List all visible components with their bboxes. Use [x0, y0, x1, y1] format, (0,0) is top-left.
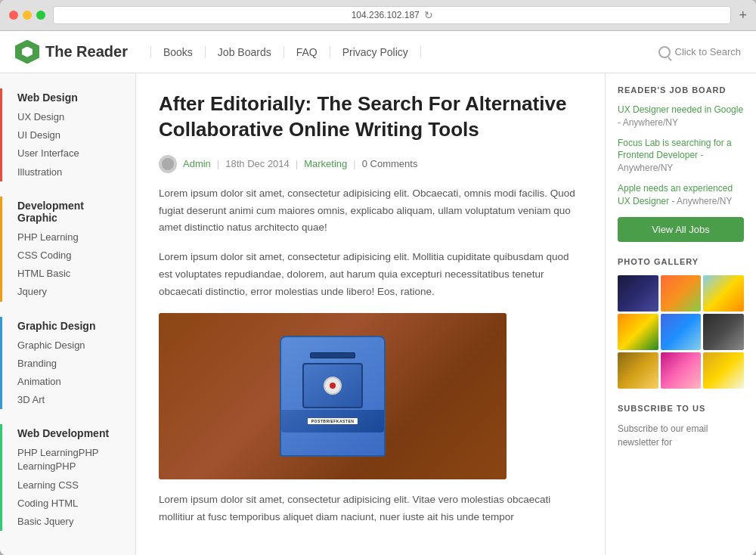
sidebar-item-animation[interactable]: Animation	[2, 373, 135, 391]
sidebar-item-php-learning-php[interactable]: PHP LearningPHP LearningPHP	[2, 444, 135, 476]
sidebar-item-html-basic[interactable]: HTML Basic	[2, 265, 135, 283]
postbox-label: POSTBRIEFKASTEN	[308, 418, 358, 424]
sidebar-item-3d-art[interactable]: 3D Art	[2, 391, 135, 409]
search-icon	[658, 46, 671, 58]
browser-chrome: 104.236.102.187 ↻ +	[0, 0, 756, 31]
sidebar-item-ui-design[interactable]: UI Design	[2, 126, 135, 144]
gallery-item-1[interactable]	[618, 275, 658, 312]
sidebar-category-web-design: Web Design	[2, 88, 135, 108]
article-comments[interactable]: 0 Comments	[362, 158, 418, 169]
nav-books[interactable]: Books	[150, 46, 206, 58]
avatar	[159, 155, 177, 173]
logo-hex-inner	[22, 47, 33, 57]
traffic-light-red[interactable]	[9, 11, 18, 20]
sidebar-item-jquery[interactable]: Jquery	[2, 283, 135, 301]
job-board-title: READER'S JOB BOARD	[618, 85, 744, 95]
main-content: After Editorially: The Search For Altern…	[136, 73, 605, 555]
meta-sep-2: |	[296, 158, 298, 169]
gallery-item-9[interactable]	[703, 352, 744, 389]
sidebar-item-css-coding[interactable]: CSS Coding	[2, 246, 135, 265]
postbox-visual: POSTBRIEFKASTEN	[159, 313, 507, 479]
search-area[interactable]: Click to Search	[658, 46, 741, 58]
gallery-item-6[interactable]	[703, 314, 744, 350]
search-label: Click to Search	[675, 46, 741, 57]
photo-gallery-title: PHOTO GALLERY	[618, 257, 744, 266]
meta-sep-1: |	[217, 158, 219, 169]
sidebar-category-web-dev: Web Development	[2, 424, 135, 444]
job-link-1[interactable]: UX Designer needed in Google	[618, 104, 743, 115]
nav-job-boards[interactable]: Job Boards	[206, 46, 284, 58]
postbox-icon: POSTBRIEFKASTEN	[280, 336, 386, 457]
subscribe-text: Subscribe to our email newsletter for	[618, 422, 744, 449]
logo-hex-icon	[15, 40, 39, 64]
sidebar-section-web-dev: Web Development PHP LearningPHP Learning…	[0, 424, 135, 531]
sidebar-section-dev-graphic: Development Graphic PHP Learning CSS Cod…	[0, 197, 135, 302]
sidebar-category-graphic-design: Graphic Design	[2, 317, 135, 336]
sidebar-item-branding[interactable]: Branding	[2, 355, 135, 373]
sidebar-section-graphic-design: Graphic Design Graphic Design Branding A…	[0, 317, 135, 410]
site-body: Web Design UX Design UI Design User Inte…	[0, 73, 756, 555]
gallery-item-5[interactable]	[661, 314, 702, 350]
sidebar-item-coding-html[interactable]: Coding HTML	[2, 495, 135, 513]
new-tab-button[interactable]: +	[739, 8, 747, 23]
meta-sep-3: |	[353, 158, 355, 169]
site-title: The Reader	[45, 43, 128, 60]
job-loc-3: - Anywhere/NY	[671, 196, 732, 206]
sidebar-item-learning-css[interactable]: Learning CSS	[2, 476, 135, 495]
gallery-item-2[interactable]	[661, 275, 702, 312]
job-item-3: Apple needs an experienced UX Designer -…	[618, 182, 744, 208]
article-image: POSTBRIEFKASTEN	[159, 313, 507, 479]
sidebar-item-basic-jquery[interactable]: Basic Jquery	[2, 513, 135, 531]
article-title: After Editorially: The Search For Altern…	[159, 91, 582, 143]
right-sidebar: READER'S JOB BOARD UX Designer needed in…	[605, 73, 756, 555]
gallery-item-8[interactable]	[661, 352, 702, 389]
article-author: Admin	[183, 158, 211, 169]
sidebar-item-graphic-design[interactable]: Graphic Design	[2, 336, 135, 355]
article-body-2: Lorem ipsum dolor sit amet, consectetur …	[159, 249, 582, 301]
nav-privacy[interactable]: Privacy Policy	[330, 46, 421, 58]
site-header: The Reader Books Job Boards FAQ Privacy …	[0, 31, 756, 73]
job-item-2: Focus Lab is searching for a Frontend De…	[618, 137, 744, 175]
photo-gallery	[618, 275, 744, 389]
view-all-jobs-button[interactable]: View All Jobs	[618, 217, 744, 242]
gallery-item-4[interactable]	[618, 314, 658, 350]
job-loc-1: - Anywhere/NY	[618, 117, 678, 128]
sidebar-item-user-interface[interactable]: User Interface	[2, 144, 135, 163]
article-body-1: Lorem ipsum dolor sit amet, consectetur …	[159, 185, 582, 237]
nav-links: Books Job Boards FAQ Privacy Policy	[150, 46, 658, 58]
sidebar-item-ux-design[interactable]: UX Design	[2, 108, 135, 126]
address-text: 104.236.102.187	[352, 10, 420, 20]
sidebar-item-php-learning[interactable]: PHP Learning	[2, 228, 135, 246]
left-sidebar: Web Design UX Design UI Design User Inte…	[0, 73, 136, 555]
sidebar-item-illustration[interactable]: Illustration	[2, 163, 135, 181]
gallery-item-3[interactable]	[703, 275, 744, 312]
sidebar-section-web-design: Web Design UX Design UI Design User Inte…	[0, 88, 135, 181]
traffic-light-green[interactable]	[36, 11, 45, 20]
browser-window: 104.236.102.187 ↻ + The Reader Books Job…	[0, 0, 756, 555]
address-bar[interactable]: 104.236.102.187 ↻	[53, 6, 731, 24]
refresh-icon[interactable]: ↻	[424, 9, 433, 21]
article-category[interactable]: Marketing	[304, 158, 347, 169]
nav-faq[interactable]: FAQ	[284, 46, 330, 58]
gallery-item-7[interactable]	[618, 352, 658, 389]
avatar-icon	[162, 158, 174, 170]
traffic-lights	[9, 11, 45, 20]
subscribe-title: SUBSCRIBE TO US	[618, 404, 744, 413]
traffic-light-yellow[interactable]	[23, 11, 32, 20]
site-logo[interactable]: The Reader	[15, 40, 128, 64]
article-date: 18th Dec 2014	[225, 158, 290, 169]
sidebar-category-dev-graphic: Development Graphic	[2, 197, 135, 228]
job-item-1: UX Designer needed in Google - Anywhere/…	[618, 104, 744, 129]
article-meta: Admin | 18th Dec 2014 | Marketing | 0 Co…	[159, 155, 582, 173]
article-body-3: Lorem ipsum dolor sit amet, consectetur …	[159, 491, 582, 526]
job-link-2[interactable]: Focus Lab is searching for a Frontend De…	[618, 138, 732, 161]
